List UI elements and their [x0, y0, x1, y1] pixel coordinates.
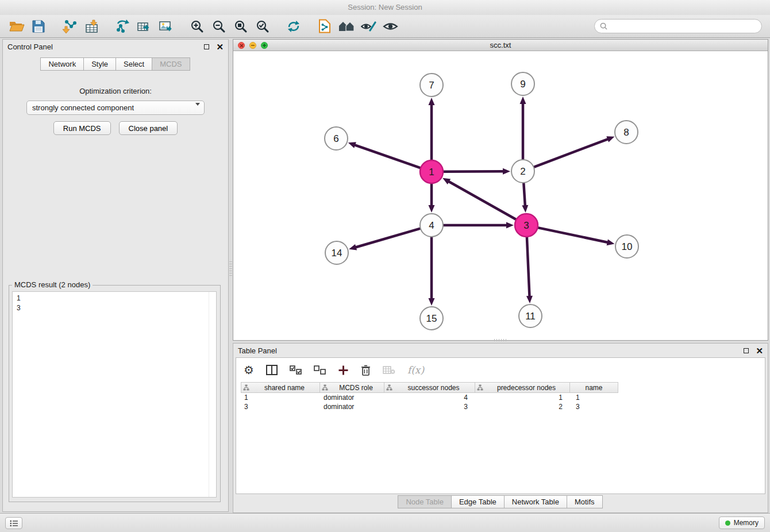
graph-edge-4-14[interactable]	[356, 229, 420, 247]
cell-predecessor-nodes[interactable]: 1	[475, 393, 570, 402]
mcds-result-list[interactable]: 1 3	[12, 291, 217, 498]
tab-select[interactable]: Select	[116, 57, 152, 71]
memory-button[interactable]: Memory	[719, 516, 765, 529]
network-analyzer-button[interactable]	[336, 17, 357, 36]
mcds-result-item[interactable]: 1	[17, 294, 212, 303]
tab-mcds[interactable]: MCDS	[152, 57, 190, 71]
delete-column-trash-icon[interactable]	[361, 365, 371, 376]
run-mcds-button[interactable]: Run MCDS	[53, 121, 111, 135]
mcds-result-item[interactable]: 3	[17, 303, 212, 313]
graph-node-label: 2	[520, 166, 525, 177]
network-view-window: scc.txt 7968124314101511	[233, 39, 768, 341]
close-panel-icon[interactable]: ✕	[216, 43, 224, 51]
open-folder-icon	[9, 20, 25, 32]
network-canvas[interactable]: 7968124314101511	[233, 51, 768, 340]
result-list-scrollbar[interactable]	[209, 292, 216, 497]
column-header-predecessor-nodes[interactable]: predecessor nodes	[475, 382, 570, 393]
search-input[interactable]	[610, 22, 756, 30]
refresh-button[interactable]	[283, 17, 305, 36]
import-network-button[interactable]	[59, 17, 80, 36]
column-header-name[interactable]: name	[570, 382, 618, 393]
tab-style[interactable]: Style	[83, 57, 116, 71]
select-all-checkboxes-icon[interactable]	[290, 365, 302, 375]
network-window-titlebar[interactable]: scc.txt	[233, 40, 768, 51]
search-field[interactable]	[594, 19, 762, 33]
delete-table-disabled-icon	[383, 365, 395, 375]
table-row[interactable]: 3 dominator 3 2 3	[241, 402, 765, 411]
cell-successor-nodes[interactable]: 4	[384, 393, 475, 402]
export-table-button[interactable]	[133, 17, 155, 36]
export-image-icon	[159, 20, 174, 33]
zoom-selected-button[interactable]	[252, 17, 274, 36]
graph-edge-2-8[interactable]	[534, 139, 608, 167]
cell-name[interactable]: 3	[570, 402, 618, 411]
graph-edge-3-10[interactable]	[538, 228, 607, 242]
import-table-button[interactable]	[80, 17, 102, 36]
table-toolbar: ⚙	[236, 358, 765, 382]
column-sort-icon	[243, 384, 249, 391]
minimize-window-icon[interactable]	[249, 42, 256, 49]
deselect-all-checkboxes-icon[interactable]	[314, 365, 326, 375]
zoom-fit-icon	[234, 20, 248, 33]
cell-mcds-role[interactable]: dominator	[320, 393, 384, 402]
dropdown-chevrons-icon	[191, 103, 200, 115]
cell-shared-name[interactable]: 1	[241, 393, 320, 402]
vertical-panel-divider-grip[interactable]	[229, 261, 232, 277]
zoom-in-button[interactable]	[186, 17, 208, 36]
close-window-icon[interactable]	[238, 42, 245, 49]
main-toolbar	[0, 15, 770, 38]
optimization-criterion-label: Optimization criterion:	[3, 87, 228, 95]
graph-edge-2-3[interactable]	[523, 183, 525, 205]
task-history-button[interactable]	[5, 517, 22, 529]
column-header-shared-name[interactable]: shared name	[241, 382, 320, 393]
column-header-mcds-role[interactable]: MCDS role	[320, 382, 384, 393]
tab-network-table[interactable]: Network Table	[504, 495, 567, 508]
add-column-icon[interactable]	[338, 365, 349, 376]
function-builder-icon: f(x)	[407, 364, 424, 376]
column-header-successor-nodes[interactable]: successor nodes	[384, 382, 475, 393]
split-columns-icon[interactable]	[266, 365, 278, 375]
graph-node-label: 3	[523, 220, 529, 231]
tab-network[interactable]: Network	[40, 57, 84, 71]
graph-edge-arrowhead	[503, 168, 510, 175]
network-window-title: scc.txt	[490, 41, 511, 49]
table-row[interactable]: 1 dominator 4 1 1	[241, 393, 765, 402]
export-network-button[interactable]	[111, 17, 133, 36]
close-table-panel-icon[interactable]: ✕	[756, 346, 763, 355]
network-graph[interactable]: 7968124314101511	[233, 51, 768, 340]
zoom-out-button[interactable]	[208, 17, 230, 36]
zoom-window-icon[interactable]	[261, 42, 268, 49]
float-window-icon[interactable]	[204, 44, 209, 49]
close-panel-button[interactable]: Close panel	[119, 121, 178, 135]
cell-name[interactable]: 1	[570, 393, 618, 402]
clone-view-button[interactable]	[314, 17, 336, 36]
cell-mcds-role[interactable]: dominator	[320, 402, 384, 411]
graph-edge-arrowhead	[526, 296, 533, 303]
export-network-icon	[115, 20, 130, 33]
control-panel-header: Control Panel ✕	[3, 40, 228, 53]
cell-predecessor-nodes[interactable]: 2	[475, 402, 570, 411]
tab-motifs[interactable]: Motifs	[567, 495, 603, 508]
horizontal-panel-divider-grip[interactable]	[494, 339, 507, 341]
graph-edge-arrowhead	[606, 136, 614, 142]
graph-edge-3-11[interactable]	[527, 237, 530, 296]
mcds-result-group: MCDS result (2 nodes) 1 3	[9, 285, 221, 502]
save-session-button[interactable]	[28, 17, 49, 36]
zoom-fit-button[interactable]	[230, 17, 252, 36]
column-sort-icon	[477, 384, 483, 391]
graph-edge-arrowhead	[348, 142, 356, 148]
style-preview-button[interactable]	[357, 17, 379, 36]
optimization-criterion-dropdown[interactable]: strongly connected component	[26, 101, 205, 115]
export-image-button[interactable]	[155, 17, 177, 36]
graph-edge-3-1[interactable]	[449, 182, 515, 219]
cell-shared-name[interactable]: 3	[241, 402, 320, 411]
show-hide-graphics-button[interactable]	[379, 17, 401, 36]
gear-icon[interactable]: ⚙	[244, 364, 254, 376]
cell-successor-nodes[interactable]: 3	[384, 402, 475, 411]
tab-node-table[interactable]: Node Table	[398, 495, 452, 508]
graph-edge-1-6[interactable]	[355, 145, 420, 168]
graph-edge-1-2[interactable]	[444, 171, 503, 172]
float-table-panel-icon[interactable]	[744, 348, 749, 353]
tab-edge-table[interactable]: Edge Table	[451, 495, 505, 508]
open-session-button[interactable]	[6, 17, 28, 36]
